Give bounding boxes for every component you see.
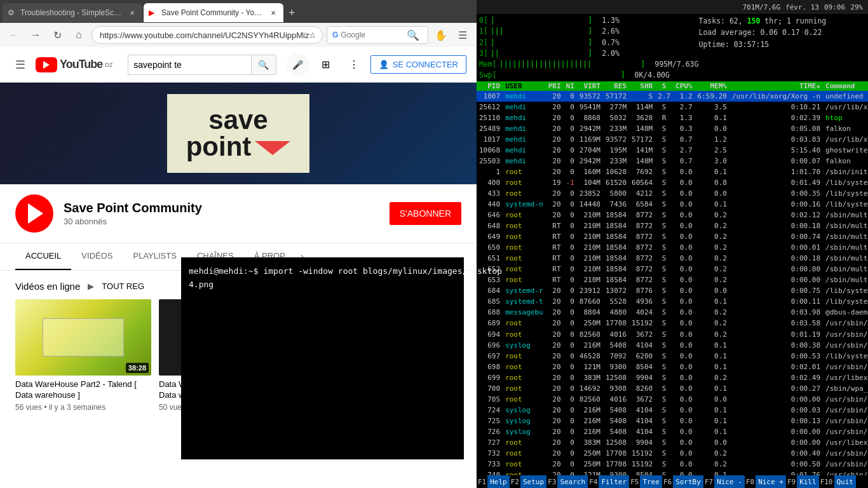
table-row[interactable]: 440 systemd-n 20 0 14448 7436 6584 S 0.0… <box>477 199 868 210</box>
home-button[interactable]: ⌂ <box>70 26 88 44</box>
table-row[interactable]: 653 root RT 0 210M 18584 8772 S 0.0 0.2 … <box>477 274 868 285</box>
swp-bar: Swp[ ] 0K/4.00G <box>479 70 698 81</box>
htop-cpu-bars: 0[| ] 1.3% 1[||| ] 2.6% 2[| ] 0.7% 3[|| … <box>479 15 698 81</box>
yt-logo-text: YouTube <box>60 58 102 71</box>
fkey-f10[interactable]: F10Quit <box>819 475 856 488</box>
fkey-f7[interactable]: F7Nice - <box>703 475 745 488</box>
browser-search-input[interactable] <box>341 30 404 39</box>
fkey-f4[interactable]: F4Filter <box>588 475 629 488</box>
table-row[interactable]: 652 root RT 0 210M 18584 8772 S 0.0 0.2 … <box>477 264 868 274</box>
fkey-f5[interactable]: F5Tree <box>629 475 662 488</box>
table-row[interactable]: 25503 mehdi 20 0 2942M 233M 148M S 0.7 3… <box>477 156 868 166</box>
col-header-ni: NI <box>564 81 577 91</box>
tab-troubleshooting[interactable]: ⚙ Troubleshooting - SimpleScree... ✕ <box>3 3 142 22</box>
bookmarks-button[interactable]: ☰ <box>454 26 471 44</box>
mem-bar: Mem[||||||||||||||||||||| ] 995M/7.63G <box>479 59 698 70</box>
yt-search-button[interactable]: 🔍 <box>251 55 276 75</box>
yt-signin-button[interactable]: 👤 SE CONNECTER <box>370 55 466 74</box>
nav-bar: ← → ↻ ⌂ G 🔍 ✋ ☰ <box>0 23 477 47</box>
table-row[interactable]: 650 root RT 0 210M 18584 8772 S 0.0 0.2 … <box>477 242 868 253</box>
yt-mic-button[interactable]: 🎤 <box>287 53 309 76</box>
table-row[interactable]: 700 root 20 0 14692 9308 8260 S 0.0 0.1 … <box>477 383 868 394</box>
search-container: G 🔍 <box>327 26 428 44</box>
forward-button[interactable]: → <box>27 26 44 44</box>
table-row[interactable]: 684 systemd-r 20 0 23912 13072 8776 S 0.… <box>477 285 868 296</box>
table-row[interactable]: 732 root 20 0 250M 17708 15192 S 0.0 0.2… <box>477 448 868 459</box>
table-row[interactable]: 25612 mehdi 20 0 9541M 277M 114M S 2.7 3… <box>477 102 868 112</box>
video-title-1: Data WareHouse Part2 - Talend [ Data war… <box>15 379 151 401</box>
yt-apps-button[interactable]: ⊞ <box>315 53 337 76</box>
col-header-shr: SHR <box>629 81 655 91</box>
table-row[interactable]: 25110 mehdi 20 0 8868 5032 3628 R 1.3 0.… <box>477 112 868 123</box>
time-display: 09:06 <box>824 3 845 11</box>
video-meta-1: 56 vues • il y a 3 semaines <box>15 403 151 412</box>
table-row[interactable]: 694 root 20 0 82560 4016 3672 S 0.0 0.2 … <box>477 329 868 340</box>
channel-avatar <box>15 194 53 233</box>
video-card-1[interactable]: 38:28 Data WareHouse Part2 - Talend [ Da… <box>15 299 151 412</box>
tab-favicon-1: ⚙ <box>8 8 17 17</box>
table-row[interactable]: 696 syslog 20 0 216M 5408 4104 S 0.0 0.1… <box>477 340 868 351</box>
col-header-pid: PID <box>477 81 503 91</box>
cpu1-bar: 1[||| ] 2.6% <box>479 26 698 37</box>
table-row[interactable]: 1007 mehdi 20 0 93572 57172 S 2.7 1.2 6:… <box>477 91 868 102</box>
table-row[interactable]: 727 root 20 0 383M 12508 9904 S 0.0 0.0 … <box>477 437 868 448</box>
play-icon: ▶ <box>88 281 94 291</box>
address-bar[interactable] <box>92 26 323 44</box>
play-icon <box>28 203 43 224</box>
tab-videos[interactable]: VIDÉOS <box>71 243 123 270</box>
table-row[interactable]: 433 root 20 0 23852 5800 4212 S 0.0 0.0 … <box>477 188 868 199</box>
google-logo: G <box>332 30 338 39</box>
tab-close-2[interactable]: ✕ <box>268 8 278 18</box>
table-row[interactable]: 733 root 20 0 250M 17708 15192 S 0.0 0.2… <box>477 459 868 470</box>
play-all-button[interactable]: ▶ <box>88 281 94 291</box>
fkey-f2[interactable]: F2Setup <box>510 475 546 488</box>
table-row[interactable]: 705 root 20 0 82560 4016 3672 S 0.0 0.0 … <box>477 394 868 405</box>
table-row[interactable]: 699 root 20 0 383M 12508 9904 S 0.0 0.2 … <box>477 372 868 383</box>
table-row[interactable]: 685 systemd-t 20 0 87660 5528 4936 S 0.0… <box>477 296 868 307</box>
table-row[interactable]: 1 root 20 0 160M 10628 7692 S 0.0 0.1 1:… <box>477 166 868 177</box>
table-row[interactable]: 724 syslog 20 0 216M 5408 4104 S 0.0 0.1… <box>477 405 868 416</box>
reload-button[interactable]: ↻ <box>48 26 66 44</box>
yt-search-input[interactable] <box>128 55 250 75</box>
table-row[interactable]: 725 syslog 20 0 216M 5408 4104 S 0.0 0.1… <box>477 416 868 426</box>
table-row[interactable]: 698 root 20 0 121M 9300 8504 S 0.0 0.1 0… <box>477 362 868 372</box>
table-row[interactable]: 689 root 20 0 250M 17708 15192 S 0.0 0.2… <box>477 318 868 329</box>
table-row[interactable]: 688 messagebu 20 0 8804 4880 4024 S 0.0 … <box>477 307 868 318</box>
tab-playlists[interactable]: PLAYLISTS <box>123 243 186 270</box>
tout-reg-button[interactable]: TOUT REG <box>102 281 144 291</box>
table-row[interactable]: 648 root RT 0 210M 18584 8772 S 0.0 0.2 … <box>477 220 868 231</box>
table-row[interactable]: 649 root RT 0 210M 18584 8772 S 0.0 0.2 … <box>477 231 868 242</box>
tab-accueil[interactable]: ACCUEIL <box>15 243 71 270</box>
tab-youtube[interactable]: ▶ Save Point Community - YouTu... ✕ <box>144 3 283 22</box>
subscribe-button[interactable]: S'ABONNER <box>390 202 461 225</box>
table-row[interactable]: 25489 mehdi 20 0 2942M 233M 148M S 0.3 0… <box>477 123 868 134</box>
tab-close-1[interactable]: ✕ <box>127 8 137 18</box>
col-header-time: TIME+ <box>729 81 823 91</box>
table-row[interactable]: 1017 mehdi 20 0 1169M 93572 57172 S 0.7 … <box>477 134 868 145</box>
table-row[interactable]: 726 syslog 20 0 216M 5408 4104 S 0.0 0.1… <box>477 426 868 437</box>
back-button[interactable]: ← <box>5 26 23 44</box>
table-row[interactable]: 646 root 20 0 210M 18584 8772 S 0.0 0.2 … <box>477 210 868 220</box>
col-header-user: USER <box>503 81 546 91</box>
table-row[interactable]: 651 root RT 0 210M 18584 8772 S 0.0 0.2 … <box>477 253 868 264</box>
col-header-res: RES <box>603 81 629 91</box>
new-tab-button[interactable]: + <box>285 6 299 20</box>
fkey-f1[interactable]: F1Help <box>477 475 510 488</box>
cpu3-bar: 3[|| ] 2.0% <box>479 48 698 59</box>
search-icon: 🔍 <box>407 29 419 41</box>
fkey-f3[interactable]: F3Search <box>546 475 588 488</box>
memory-display: 701M/7,6G <box>742 3 780 11</box>
yt-more-button[interactable]: ⋮ <box>342 53 365 76</box>
htop-process-rows: 1007 mehdi 20 0 93572 57172 S 2.7 1.2 6:… <box>477 91 868 489</box>
stop-hand-button[interactable]: ✋ <box>432 26 450 44</box>
fkey-f9[interactable]: F9Kill <box>786 475 819 488</box>
table-row[interactable]: 400 root 19 -1 104M 61520 60564 S 0.0 0.… <box>477 177 868 188</box>
fkey-f8[interactable]: F8Nice + <box>745 475 786 488</box>
table-row[interactable]: 10068 mehdi 20 0 2704M 195M 141M S 2.7 2… <box>477 145 868 156</box>
table-row[interactable]: 697 root 20 0 46528 7092 6200 S 0.0 0.1 … <box>477 351 868 362</box>
fkey-f6[interactable]: F6SortBy <box>662 475 703 488</box>
yt-menu-button[interactable]: ☰ <box>10 53 31 77</box>
cpu0-bar: 0[| ] 1.3% <box>479 15 698 26</box>
yt-logo-icon <box>36 57 57 72</box>
col-header-pri: PRI <box>546 81 564 91</box>
